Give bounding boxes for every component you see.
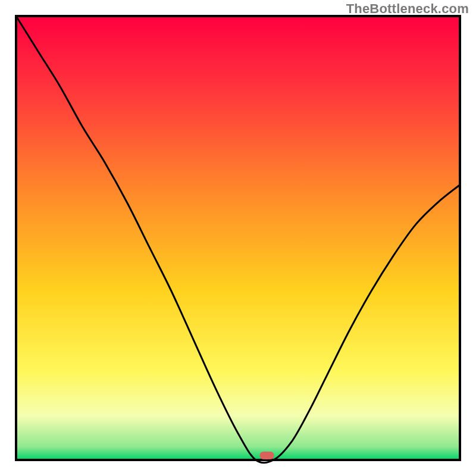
watermark-text: TheBottleneck.com bbox=[346, 1, 469, 17]
min-marker bbox=[260, 452, 274, 459]
bottleneck-chart bbox=[0, 0, 476, 476]
plot-area bbox=[16, 16, 460, 460]
chart-container: TheBottleneck.com bbox=[0, 0, 476, 476]
